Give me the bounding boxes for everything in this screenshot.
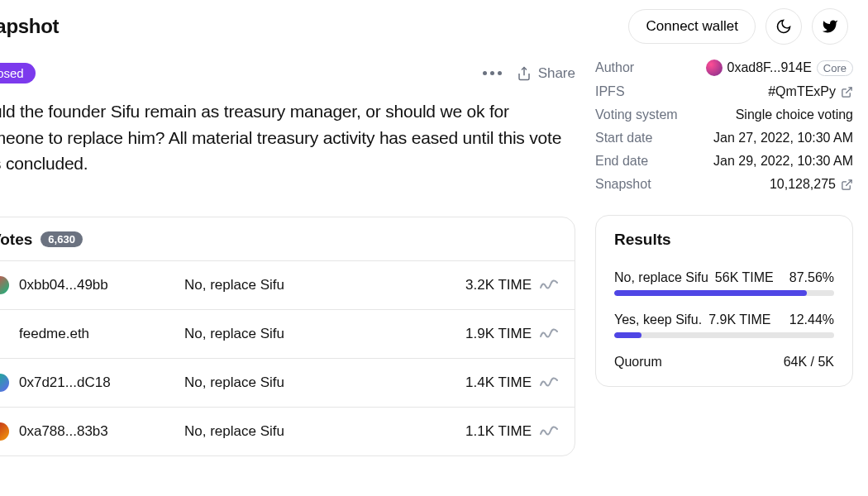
votes-title: Votes — [0, 231, 32, 249]
result-option: No, replace Sifu 56K TIME 87.56% — [614, 270, 834, 296]
result-option: Yes, keep Sifu. 7.9K TIME 12.44% — [614, 312, 834, 338]
share-button[interactable]: Share — [517, 65, 575, 82]
meta-author: Author 0xad8F...914E Core — [595, 60, 853, 76]
app-title: napshot — [0, 15, 59, 38]
meta-start-date: Start date Jan 27, 2022, 10:30 AM — [595, 131, 853, 145]
quorum-row: Quorum 64K / 5K — [614, 355, 834, 370]
share-icon — [517, 66, 532, 81]
votes-count-badge: 6,630 — [41, 231, 83, 247]
twitter-button[interactable] — [812, 8, 848, 45]
result-bar — [614, 290, 834, 296]
snapshot-link: 10,128,275 — [770, 177, 836, 192]
result-percent: 12.44% — [789, 312, 834, 327]
voter-avatar — [0, 276, 9, 294]
svg-line-2 — [846, 179, 851, 185]
vote-amount: 1.9K TIME — [465, 326, 558, 342]
result-bar — [614, 332, 834, 338]
voter-address: 0x7d21...dC18 — [19, 374, 184, 391]
result-amount: 56K TIME — [715, 270, 774, 285]
result-percent: 87.56% — [789, 270, 834, 285]
signature-icon — [540, 377, 558, 389]
vote-choice: No, replace Sifu — [184, 374, 465, 391]
header-actions: Connect wallet — [628, 8, 848, 45]
author-address[interactable]: 0xad8F...914E — [727, 60, 812, 75]
external-link-icon — [841, 86, 853, 98]
proposal-top-bar: Closed Share — [0, 60, 575, 98]
vote-row[interactable]: feedme.eth No, replace Sifu 1.9K TIME — [0, 310, 575, 359]
vote-amount: 3.2K TIME — [465, 277, 558, 293]
result-label: Yes, keep Sifu. — [614, 312, 702, 327]
meta-ipfs: IPFS #QmTExPy — [595, 84, 853, 99]
signature-icon — [540, 279, 558, 291]
votes-card: Votes 6,630 0xbb04...49bb No, replace Si… — [0, 217, 575, 456]
ipfs-link: #QmTExPy — [768, 84, 836, 99]
proposal-sidebar: Author 0xad8F...914E Core IPFS #QmTExPy … — [595, 60, 868, 456]
vote-row[interactable]: 0x7d21...dC18 No, replace Sifu 1.4K TIME — [0, 359, 575, 408]
vote-choice: No, replace Sifu — [184, 423, 465, 440]
vote-amount: 1.4K TIME — [465, 374, 558, 391]
svg-line-1 — [846, 87, 851, 93]
result-label: No, replace Sifu — [614, 270, 708, 285]
voter-avatar — [0, 422, 9, 441]
moon-icon — [775, 18, 792, 35]
voter-address: feedme.eth — [19, 326, 184, 342]
signature-icon — [540, 328, 558, 340]
results-card: Results No, replace Sifu 56K TIME 87.56%… — [595, 215, 853, 387]
author-avatar — [706, 60, 723, 76]
theme-toggle-button[interactable] — [765, 8, 802, 45]
quorum-value: 64K / 5K — [784, 355, 834, 370]
meta-snapshot: Snapshot 10,128,275 — [595, 177, 853, 192]
more-menu-button[interactable] — [483, 71, 502, 75]
twitter-icon — [822, 18, 838, 35]
vote-choice: No, replace Sifu — [184, 326, 465, 342]
connect-wallet-button[interactable]: Connect wallet — [628, 9, 756, 44]
voter-address: 0xa788...83b3 — [19, 423, 184, 440]
vote-choice: No, replace Sifu — [184, 277, 465, 293]
external-link-icon — [841, 179, 853, 191]
status-badge: Closed — [0, 63, 36, 83]
proposal-actions: Share — [483, 65, 575, 82]
proposal-meta: Author 0xad8F...914E Core IPFS #QmTExPy … — [595, 60, 853, 192]
proposal-description: hould the founder Sifu remain as treasur… — [0, 98, 575, 177]
meta-voting-system: Voting system Single choice voting — [595, 107, 853, 122]
quorum-label: Quorum — [614, 355, 662, 370]
app-header: napshot Connect wallet — [0, 0, 868, 60]
result-amount: 7.9K TIME — [708, 312, 770, 327]
vote-amount: 1.1K TIME — [465, 423, 558, 440]
core-badge: Core — [817, 60, 853, 76]
results-title: Results — [614, 231, 834, 249]
votes-header: Votes 6,630 — [0, 217, 575, 261]
vote-row[interactable]: 0xbb04...49bb No, replace Sifu 3.2K TIME — [0, 261, 575, 310]
proposal-main: Closed Share hould the founder Sifu rema… — [0, 60, 575, 456]
signature-icon — [540, 426, 558, 437]
meta-end-date: End date Jan 29, 2022, 10:30 AM — [595, 154, 853, 169]
voter-avatar — [0, 374, 9, 392]
voter-address: 0xbb04...49bb — [19, 277, 184, 293]
share-label: Share — [538, 65, 575, 82]
vote-row[interactable]: 0xa788...83b3 No, replace Sifu 1.1K TIME — [0, 408, 575, 455]
